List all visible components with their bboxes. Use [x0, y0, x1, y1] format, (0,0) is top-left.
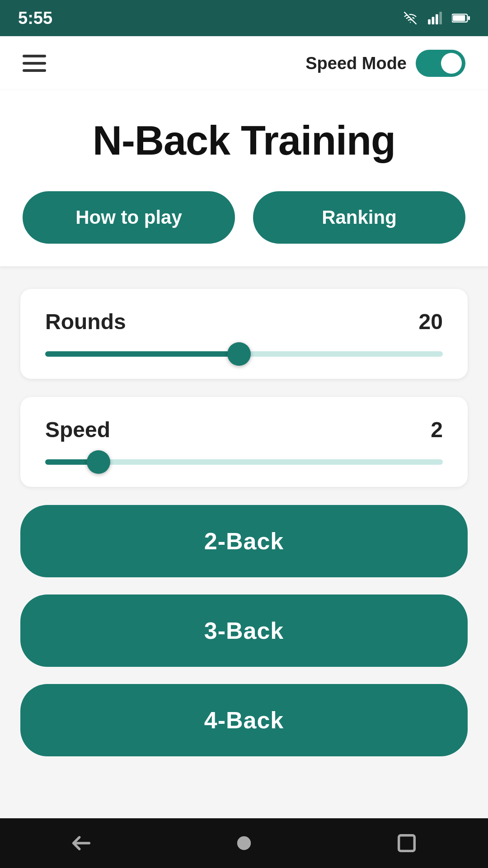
recent-icon	[395, 831, 418, 855]
speed-slider-card: Speed 2	[20, 397, 468, 487]
menu-button[interactable]	[23, 55, 46, 72]
hero-buttons: How to play Ranking	[23, 191, 465, 244]
svg-rect-0	[428, 19, 431, 24]
svg-point-7	[237, 836, 251, 850]
svg-rect-6	[468, 16, 470, 20]
status-icons	[401, 12, 470, 24]
hamburger-line-2	[23, 62, 46, 65]
speed-value: 2	[431, 417, 443, 442]
svg-rect-3	[439, 12, 442, 24]
svg-rect-1	[432, 17, 435, 24]
speed-slider[interactable]	[45, 459, 443, 465]
ranking-button[interactable]: Ranking	[253, 191, 465, 244]
speed-mode-label: Speed Mode	[305, 54, 407, 73]
speed-mode-toggle[interactable]	[416, 50, 465, 77]
signal-icon	[427, 12, 445, 24]
speed-mode-container: Speed Mode	[305, 50, 465, 77]
how-to-play-button[interactable]: How to play	[23, 191, 235, 244]
battery-icon	[452, 12, 470, 24]
svg-rect-8	[399, 835, 415, 851]
four-back-button[interactable]: 4-Back	[20, 684, 468, 756]
hamburger-line-3	[23, 69, 46, 72]
svg-rect-5	[453, 15, 465, 21]
hamburger-line-1	[23, 55, 46, 57]
wifi-icon	[401, 12, 419, 24]
home-icon	[232, 831, 256, 855]
status-bar: 5:55	[0, 0, 488, 36]
hero-section: N-Back Training How to play Ranking	[0, 90, 488, 266]
rounds-value: 20	[419, 309, 443, 334]
home-nav-button[interactable]	[232, 831, 256, 855]
app-bar: Speed Mode	[0, 36, 488, 90]
svg-rect-2	[436, 14, 438, 24]
toggle-slider	[416, 50, 465, 77]
back-icon	[70, 831, 93, 855]
game-buttons-container: 2-Back 3-Back 4-Back	[20, 505, 468, 756]
recent-nav-button[interactable]	[395, 831, 418, 855]
rounds-slider-card: Rounds 20	[20, 289, 468, 379]
rounds-label: Rounds	[45, 309, 126, 334]
main-content: Rounds 20 Speed 2 2-Back 3-Back 4-Back	[0, 266, 488, 818]
bottom-nav	[0, 818, 488, 868]
status-time: 5:55	[18, 9, 52, 28]
three-back-button[interactable]: 3-Back	[20, 594, 468, 667]
rounds-slider-header: Rounds 20	[45, 309, 443, 334]
speed-label: Speed	[45, 417, 110, 442]
app-title: N-Back Training	[23, 118, 465, 164]
speed-slider-header: Speed 2	[45, 417, 443, 442]
back-nav-button[interactable]	[70, 831, 93, 855]
two-back-button[interactable]: 2-Back	[20, 505, 468, 577]
rounds-slider[interactable]	[45, 351, 443, 357]
